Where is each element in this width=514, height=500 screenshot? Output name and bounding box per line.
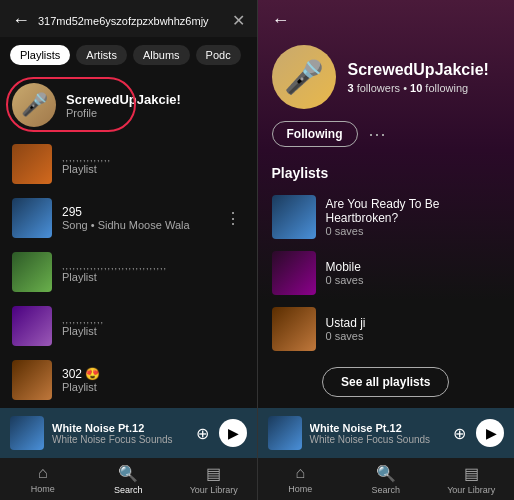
- right-search-icon: 🔍: [376, 464, 396, 483]
- list-item[interactable]: ,,,,,,,,,,,,,,,,,,,,,,,,,,,,,, Playlist: [0, 245, 257, 299]
- item-info: ,,,,,,,,,,,, Playlist: [62, 315, 245, 337]
- item-title: ,,,,,,,,,,,,: [62, 315, 245, 325]
- right-nav-library[interactable]: ▤ Your Library: [429, 464, 515, 495]
- list-item[interactable]: 295 Song • Sidhu Moose Wala ⋮: [0, 191, 257, 245]
- playlists-section-title: Playlists: [258, 159, 515, 189]
- now-playing-sub: White Noise Focus Sounds: [52, 434, 188, 445]
- filter-tabs: Playlists Artists Albums Podc: [0, 37, 257, 73]
- item-thumbnail: [12, 360, 52, 400]
- bottom-nav: ⌂ Home 🔍 Search ▤ Your Library: [0, 458, 257, 500]
- followers-count: 3: [348, 82, 354, 94]
- play-button[interactable]: ▶: [219, 419, 247, 447]
- item-thumbnail: [12, 306, 52, 346]
- right-now-playing-info: White Noise Pt.12 White Noise Focus Soun…: [310, 422, 446, 445]
- right-panel: ← 🎤 ScrewedUpJakcie! 3 followers • 10 fo…: [258, 0, 515, 500]
- playlist-thumbnail: [272, 307, 316, 351]
- back-button[interactable]: ←: [12, 10, 30, 31]
- tab-podcasts[interactable]: Podc: [196, 45, 241, 65]
- following-button[interactable]: Following: [272, 121, 358, 147]
- right-header: ←: [258, 0, 515, 37]
- playlist-name: Are You Ready To Be Heartbroken?: [326, 197, 501, 225]
- playlist-name: Mobile: [326, 260, 501, 274]
- item-sub: Song • Sidhu Moose Wala: [62, 219, 211, 231]
- right-library-icon: ▤: [464, 464, 479, 483]
- right-profile-section: 🎤 ScrewedUpJakcie! 3 followers • 10 foll…: [258, 37, 515, 121]
- item-title: ,,,,,,,,,,,,,,: [62, 153, 245, 163]
- play-icon: ▶: [228, 425, 239, 441]
- nav-home[interactable]: ⌂ Home: [0, 464, 86, 494]
- profile-type: Profile: [66, 107, 245, 119]
- close-button[interactable]: ✕: [232, 11, 245, 30]
- now-playing-thumbnail: [10, 416, 44, 450]
- tab-artists[interactable]: Artists: [76, 45, 127, 65]
- playlist-item[interactable]: Ustad ji 0 saves: [258, 301, 515, 357]
- item-sub: Playlist: [62, 163, 245, 175]
- right-add-to-queue-icon[interactable]: ⊕: [453, 424, 466, 443]
- right-nav-library-label: Your Library: [447, 485, 495, 495]
- right-followers: 3 followers • 10 following: [348, 82, 501, 94]
- right-now-playing-title: White Noise Pt.12: [310, 422, 446, 434]
- right-user-info: ScrewedUpJakcie! 3 followers • 10 follow…: [348, 60, 501, 94]
- item-title: 302 😍: [62, 367, 245, 381]
- nav-search-label: Search: [114, 485, 143, 495]
- left-panel: ← 317md52me6yszofzpzxbwhhz6mjy ✕ Playlis…: [0, 0, 257, 500]
- tab-playlists[interactable]: Playlists: [10, 45, 70, 65]
- search-icon: 🔍: [118, 464, 138, 483]
- tab-albums[interactable]: Albums: [133, 45, 190, 65]
- playlist-saves: 0 saves: [326, 225, 501, 237]
- home-icon: ⌂: [38, 464, 48, 482]
- more-button[interactable]: ⋮: [221, 207, 245, 230]
- playlist-name: Ustad ji: [326, 316, 501, 330]
- right-now-playing-sub: White Noise Focus Sounds: [310, 434, 446, 445]
- more-options-button[interactable]: ⋯: [368, 123, 386, 145]
- right-now-playing-controls: ⊕ ▶: [453, 419, 504, 447]
- item-info: ,,,,,,,,,,,,,,,,,,,,,,,,,,,,,, Playlist: [62, 261, 245, 283]
- profile-section[interactable]: 🎤 ScrewedUpJakcie! Profile: [0, 73, 257, 137]
- right-username: ScrewedUpJakcie!: [348, 60, 501, 79]
- right-play-button[interactable]: ▶: [476, 419, 504, 447]
- add-to-queue-icon[interactable]: ⊕: [196, 424, 209, 443]
- nav-library-label: Your Library: [190, 485, 238, 495]
- item-sub: Playlist: [62, 325, 245, 337]
- item-title: 295: [62, 205, 211, 219]
- right-now-playing-thumbnail: [268, 416, 302, 450]
- right-play-icon: ▶: [486, 425, 497, 441]
- item-info: ,,,,,,,,,,,,,, Playlist: [62, 153, 245, 175]
- now-playing-controls: ⊕ ▶: [196, 419, 247, 447]
- see-all-playlists-button[interactable]: See all playlists: [322, 367, 449, 397]
- profile-name: ScrewedUpJakcie!: [66, 92, 245, 107]
- playlist-item[interactable]: Mobile 0 saves: [258, 245, 515, 301]
- right-home-icon: ⌂: [295, 464, 305, 482]
- library-icon: ▤: [206, 464, 221, 483]
- item-info: 302 😍 Playlist: [62, 367, 245, 393]
- now-playing-bar[interactable]: White Noise Pt.12 White Noise Focus Soun…: [0, 408, 257, 458]
- following-count: 10: [410, 82, 422, 94]
- playlist-item[interactable]: Are You Ready To Be Heartbroken? 0 saves: [258, 189, 515, 245]
- item-info: 295 Song • Sidhu Moose Wala: [62, 205, 211, 231]
- item-sub: Playlist: [62, 271, 245, 283]
- list-item[interactable]: ,,,,,,,,,,,,,, Playlist: [0, 137, 257, 191]
- right-bottom-nav: ⌂ Home 🔍 Search ▤ Your Library: [258, 458, 515, 500]
- list-item[interactable]: 302 😍 Playlist: [0, 353, 257, 407]
- nav-search[interactable]: 🔍 Search: [86, 464, 172, 495]
- right-back-button[interactable]: ←: [272, 10, 290, 31]
- header-id: 317md52me6yszofzpzxbwhhz6mjy: [38, 15, 209, 27]
- playlist-info: Mobile 0 saves: [326, 260, 501, 286]
- right-now-playing-bar[interactable]: White Noise Pt.12 White Noise Focus Soun…: [258, 408, 515, 458]
- playlist-info: Ustad ji 0 saves: [326, 316, 501, 342]
- nav-home-label: Home: [31, 484, 55, 494]
- item-thumbnail: [12, 198, 52, 238]
- nav-library[interactable]: ▤ Your Library: [171, 464, 257, 495]
- playlist-saves: 0 saves: [326, 274, 501, 286]
- right-nav-search[interactable]: 🔍 Search: [343, 464, 429, 495]
- right-nav-search-label: Search: [371, 485, 400, 495]
- left-header: ← 317md52me6yszofzpzxbwhhz6mjy ✕: [0, 0, 257, 37]
- action-row: Following ⋯: [258, 121, 515, 159]
- item-thumbnail: [12, 252, 52, 292]
- now-playing-title: White Noise Pt.12: [52, 422, 188, 434]
- list-item[interactable]: ,,,,,,,,,,,, Playlist: [0, 299, 257, 353]
- right-nav-home[interactable]: ⌂ Home: [258, 464, 344, 494]
- right-avatar: 🎤: [272, 45, 336, 109]
- item-title: ,,,,,,,,,,,,,,,,,,,,,,,,,,,,,,: [62, 261, 245, 271]
- now-playing-info: White Noise Pt.12 White Noise Focus Soun…: [52, 422, 188, 445]
